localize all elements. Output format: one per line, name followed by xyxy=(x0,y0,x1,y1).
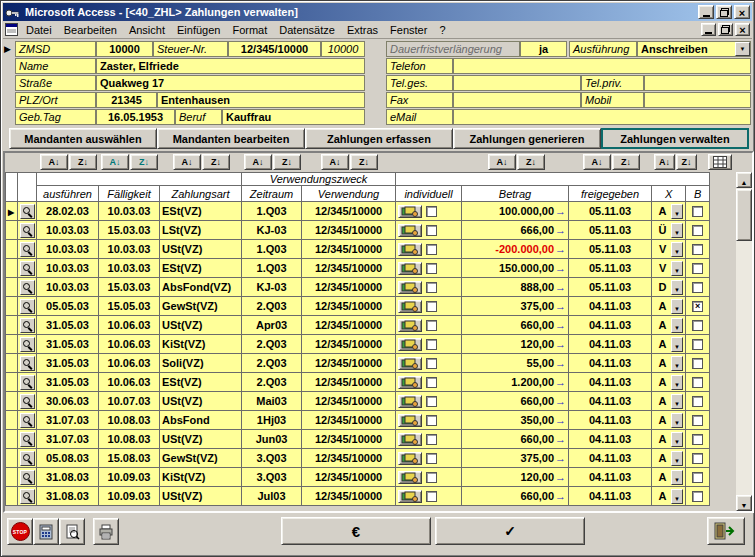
x-dropdown-button[interactable] xyxy=(671,223,683,238)
individuell-checkbox[interactable] xyxy=(426,434,437,445)
tab-mandanten-auswaehlen[interactable]: Mandanten auswählen xyxy=(9,128,157,149)
ausfuehren-cell[interactable]: 31.07.03 xyxy=(37,411,99,430)
sort-asc-freigegeben-button[interactable]: A↓ xyxy=(583,154,611,170)
verwendung-cell[interactable]: 12/345/10000 xyxy=(302,335,396,354)
faelligkeit-cell[interactable]: 15.03.03 xyxy=(99,278,160,297)
zahlungsart-cell[interactable]: KiSt(VZ) xyxy=(160,468,242,487)
magnifier-button[interactable] xyxy=(20,413,35,428)
zeitraum-cell[interactable]: 1.Q03 xyxy=(242,202,302,221)
x-dropdown-button[interactable] xyxy=(671,470,683,485)
ok-button[interactable]: ✓ xyxy=(435,517,585,545)
record-selector-cell[interactable] xyxy=(6,449,18,468)
betrag-cell[interactable]: 150.000,00 xyxy=(462,259,569,278)
b-checkbox[interactable] xyxy=(692,396,703,407)
x-value[interactable]: A xyxy=(654,414,671,426)
x-value[interactable]: A xyxy=(654,471,671,483)
exit-button[interactable] xyxy=(707,517,745,545)
zahlungsart-cell[interactable]: KiSt(VZ) xyxy=(160,335,242,354)
euro-button[interactable]: € xyxy=(281,517,431,545)
individuell-button[interactable] xyxy=(398,262,422,275)
x-dropdown-button[interactable] xyxy=(671,242,683,257)
freigegeben-cell[interactable]: 04.11.03 xyxy=(569,411,652,430)
betrag-value[interactable]: 666,00 xyxy=(464,224,554,236)
magnifier-button[interactable] xyxy=(20,489,35,504)
faelligkeit-cell[interactable]: 10.03.03 xyxy=(99,240,160,259)
zeitraum-cell[interactable]: 3.Q03 xyxy=(242,468,302,487)
x-dropdown-button[interactable] xyxy=(671,489,683,504)
individuell-checkbox[interactable] xyxy=(426,491,437,502)
zeitraum-cell[interactable]: 2.Q03 xyxy=(242,373,302,392)
ausfuehrung-combo[interactable]: Anschreiben xyxy=(637,41,751,57)
zahlungsart-cell[interactable]: GewSt(VZ) xyxy=(160,449,242,468)
magnifier-button[interactable] xyxy=(20,223,35,238)
x-dropdown-button[interactable] xyxy=(671,356,683,371)
sort-asc-ausfuehren-button[interactable]: A↓ xyxy=(40,154,68,170)
betrag-value[interactable]: 660,00 xyxy=(464,319,554,331)
magnifier-button[interactable] xyxy=(20,337,35,352)
zeitraum-cell[interactable]: KJ-03 xyxy=(242,278,302,297)
mdi-restore-button[interactable] xyxy=(718,23,733,36)
individuell-checkbox[interactable] xyxy=(426,472,437,483)
verwendung-cell[interactable]: 12/345/10000 xyxy=(302,316,396,335)
faelligkeit-cell[interactable]: 10.06.03 xyxy=(99,354,160,373)
individuell-button[interactable] xyxy=(398,357,422,370)
x-dropdown-button[interactable] xyxy=(671,318,683,333)
chevron-down-icon[interactable] xyxy=(735,42,750,56)
zahlungsart-cell[interactable]: USt(VZ) xyxy=(160,240,242,259)
scroll-thumb[interactable] xyxy=(736,189,752,241)
verwendung-cell[interactable]: 12/345/10000 xyxy=(302,297,396,316)
faelligkeit-cell[interactable]: 10.03.03 xyxy=(99,259,160,278)
x-value[interactable]: V xyxy=(654,243,671,255)
betrag-value[interactable]: 120,00 xyxy=(464,338,554,350)
goto-arrow-button[interactable] xyxy=(554,471,566,483)
individuell-button[interactable] xyxy=(398,376,422,389)
goto-arrow-button[interactable] xyxy=(554,338,566,350)
x-value[interactable]: A xyxy=(654,490,671,502)
scroll-up-button[interactable] xyxy=(736,172,752,188)
b-checkbox[interactable] xyxy=(692,263,703,274)
magnifier-button[interactable] xyxy=(20,470,35,485)
b-checkbox[interactable] xyxy=(692,415,703,426)
x-value[interactable]: A xyxy=(654,357,671,369)
sort-asc-x-button[interactable]: A↓ xyxy=(654,154,675,170)
plz-field[interactable]: 21345 xyxy=(96,92,157,108)
x-value[interactable]: A xyxy=(654,338,671,350)
sort-desc-zeitraum-button[interactable]: Z↓ xyxy=(273,154,301,170)
magnifier-button[interactable] xyxy=(20,204,35,219)
tab-mandanten-bearbeiten[interactable]: Mandanten bearbeiten xyxy=(157,128,305,149)
stop-button[interactable]: STOP xyxy=(7,518,33,545)
zeitraum-cell[interactable]: 1.Q03 xyxy=(242,259,302,278)
telges-field[interactable] xyxy=(453,75,581,91)
goto-arrow-button[interactable] xyxy=(554,319,566,331)
faelligkeit-cell[interactable]: 10.06.03 xyxy=(99,335,160,354)
goto-arrow-button[interactable] xyxy=(554,490,566,502)
menu-fenster[interactable]: Fenster xyxy=(384,23,433,37)
betrag-cell[interactable]: 888,00 xyxy=(462,278,569,297)
tab-zahlungen-erfassen[interactable]: Zahlungen erfassen xyxy=(305,128,453,149)
goto-arrow-button[interactable] xyxy=(554,395,566,407)
betrag-value[interactable]: 660,00 xyxy=(464,490,554,502)
freigegeben-cell[interactable]: 05.11.03 xyxy=(569,240,652,259)
goto-arrow-button[interactable] xyxy=(554,414,566,426)
betrag-cell[interactable]: 120,00 xyxy=(462,468,569,487)
calculator-button[interactable] xyxy=(33,518,59,545)
telefon-field[interactable] xyxy=(453,58,751,74)
verwendung-cell[interactable]: 12/345/10000 xyxy=(302,202,396,221)
verwendung-cell[interactable]: 12/345/10000 xyxy=(302,468,396,487)
menu-datei[interactable]: Datei xyxy=(20,23,58,37)
menu-extras[interactable]: Extras xyxy=(341,23,384,37)
ausfuehren-cell[interactable]: 05.08.03 xyxy=(37,449,99,468)
record-selector-cell[interactable] xyxy=(6,468,18,487)
fax-field[interactable] xyxy=(453,92,581,108)
mdi-minimize-button[interactable] xyxy=(701,23,716,36)
sort-desc-x-button[interactable]: Z↓ xyxy=(676,154,697,170)
individuell-button[interactable] xyxy=(398,414,422,427)
freigegeben-cell[interactable]: 05.11.03 xyxy=(569,221,652,240)
gebtag-field[interactable]: 16.05.1953 xyxy=(96,109,175,125)
magnifier-button[interactable] xyxy=(20,375,35,390)
betrag-cell[interactable]: 666,00 xyxy=(462,221,569,240)
menu-format[interactable]: Format xyxy=(226,23,273,37)
betrag-value[interactable]: 660,00 xyxy=(464,395,554,407)
x-value[interactable]: Ü xyxy=(654,224,671,236)
ausfuehren-cell[interactable]: 30.06.03 xyxy=(37,392,99,411)
